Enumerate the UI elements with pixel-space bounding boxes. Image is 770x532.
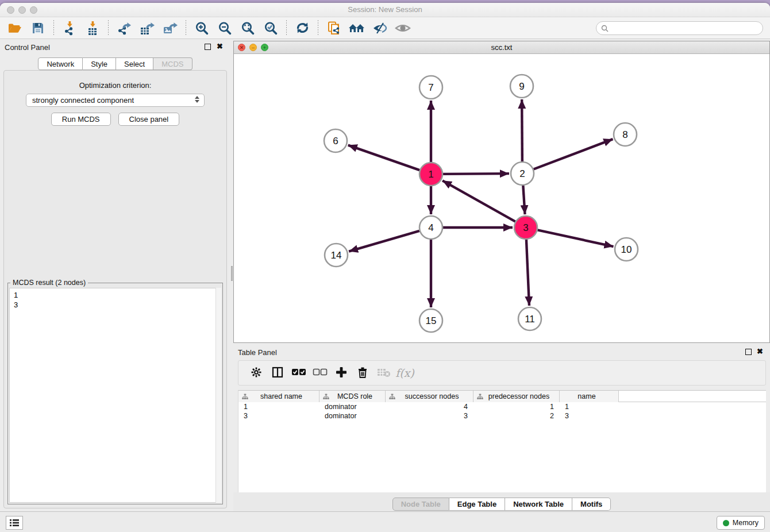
node-7[interactable]: 7 (419, 76, 442, 99)
node-label: 3 (523, 222, 528, 233)
split-columns-button[interactable] (267, 363, 288, 383)
cell: 1 (560, 402, 619, 411)
edge-3-1[interactable] (442, 180, 515, 221)
export-table-button[interactable] (136, 19, 159, 37)
network-window-title: scc.txt (234, 43, 769, 52)
node-9[interactable]: 9 (510, 75, 533, 98)
node-label: 9 (519, 81, 524, 92)
column-header-shared-name[interactable]: shared name (238, 391, 319, 402)
import-network-button[interactable] (58, 19, 81, 37)
close-panel-icon[interactable]: ✖ (217, 42, 223, 51)
node-2[interactable]: 2 (511, 162, 534, 185)
zoom-out-button[interactable] (213, 19, 236, 37)
node-15[interactable]: 15 (419, 309, 442, 332)
deselect-all-checkboxes-button[interactable] (309, 363, 330, 383)
memory-button[interactable]: Memory (717, 516, 765, 530)
show-visibility-button[interactable] (391, 19, 414, 37)
mcds-result-text[interactable]: 1 3 (9, 288, 221, 503)
node-3[interactable]: 3 (514, 216, 537, 239)
search-icon (601, 25, 609, 32)
function-builder-button: f(x) (394, 363, 415, 383)
node-4[interactable]: 4 (419, 216, 442, 239)
column-header-successor-nodes[interactable]: successor nodes (386, 391, 473, 402)
tab-network[interactable]: Network (38, 57, 83, 70)
cell: 3 (560, 411, 619, 421)
network-home-icon (348, 21, 365, 35)
node-6[interactable]: 6 (324, 129, 347, 152)
zoom-fit-content-button[interactable] (236, 19, 259, 37)
criterion-value: strongly connected component (32, 96, 134, 105)
toolbar-separator (53, 20, 54, 36)
search-input[interactable] (611, 24, 763, 33)
node-label: 8 (622, 129, 627, 140)
mcds-result-box: MCDS result (2 nodes) 1 3 (7, 283, 223, 504)
open-session-button[interactable] (3, 19, 26, 37)
window-title: Session: New Session (0, 5, 770, 14)
table-close-panel-icon[interactable]: ✖ (757, 347, 763, 356)
add-icon (336, 367, 347, 380)
tab-style[interactable]: Style (83, 57, 116, 70)
task-list-icon (10, 519, 19, 527)
tab-network-table[interactable]: Network Table (505, 498, 572, 511)
add-button[interactable] (330, 363, 352, 383)
status-bar: Memory (0, 511, 770, 532)
apply-layout-icon (295, 21, 310, 35)
node-1[interactable]: 1 (419, 163, 442, 186)
network-graph[interactable]: 7968124314101511 (234, 54, 769, 344)
criterion-select[interactable]: strongly connected component (26, 94, 205, 107)
node-10[interactable]: 10 (615, 238, 638, 261)
column-header-name[interactable]: name (560, 391, 619, 402)
export-network-button[interactable] (113, 19, 136, 37)
table-settings-button[interactable] (245, 363, 267, 383)
import-table-button[interactable] (81, 19, 104, 37)
tab-mcds[interactable]: MCDS (153, 57, 192, 70)
search-box[interactable] (596, 21, 763, 35)
network-canvas[interactable]: 7968124314101511 (234, 54, 769, 342)
select-all-checkboxes-button[interactable] (288, 363, 309, 383)
control-panel: Control Panel ✖ NetworkStyleSelectMCDS O… (0, 39, 230, 511)
table-row[interactable]: 3dominator323 (238, 411, 766, 421)
apply-layout-button[interactable] (291, 19, 314, 37)
node-11[interactable]: 11 (518, 307, 541, 330)
edge-2-8[interactable] (534, 139, 613, 169)
tab-edge-table[interactable]: Edge Table (449, 498, 505, 511)
network-home-button[interactable] (345, 19, 368, 37)
cell: 1 (238, 402, 319, 411)
toolbar-group (58, 19, 104, 37)
close-panel-button[interactable]: Close panel (118, 113, 180, 126)
app-window: Session: New Session Control Panel ✖ Net… (0, 3, 770, 532)
save-session-button[interactable] (26, 19, 49, 37)
float-panel-icon[interactable] (205, 44, 211, 50)
save-session-icon (31, 21, 45, 35)
tab-motifs[interactable]: Motifs (572, 498, 611, 511)
hide-visibility-button[interactable] (368, 19, 391, 37)
table-row[interactable]: 1dominator411 (238, 402, 766, 411)
edge-3-11[interactable] (526, 240, 529, 306)
edge-2-3[interactable] (523, 186, 525, 214)
edge-1-6[interactable] (348, 145, 419, 170)
column-header-predecessor-nodes[interactable]: predecessor nodes (473, 391, 560, 402)
table-float-panel-icon[interactable] (745, 349, 752, 355)
clone-network-button[interactable] (322, 19, 345, 37)
table-body: 1dominator4113dominator323 (238, 402, 766, 421)
node-14[interactable]: 14 (325, 244, 348, 267)
zoom-selected-button[interactable] (259, 19, 282, 37)
export-image-button[interactable] (159, 19, 182, 37)
zoom-in-button[interactable] (190, 19, 213, 37)
delete-trash-button[interactable] (352, 363, 373, 383)
result-scrollbar[interactable] (215, 288, 221, 503)
cell: 4 (386, 402, 473, 411)
node-8[interactable]: 8 (614, 123, 637, 146)
tab-node-table[interactable]: Node Table (392, 498, 449, 511)
tab-select[interactable]: Select (116, 57, 153, 70)
column-header-MCDS-role[interactable]: MCDS role (319, 391, 386, 402)
edge-3-10[interactable] (538, 230, 614, 246)
run-mcds-button[interactable]: Run MCDS (51, 113, 111, 126)
task-history-button[interactable] (6, 516, 23, 530)
edge-4-14[interactable] (349, 231, 419, 252)
edge-1-2[interactable] (443, 174, 509, 174)
node-label: 15 (426, 315, 437, 326)
toolbar-separator (186, 20, 186, 36)
edge-2-9[interactable] (522, 99, 522, 161)
cell: dominator (319, 402, 386, 411)
